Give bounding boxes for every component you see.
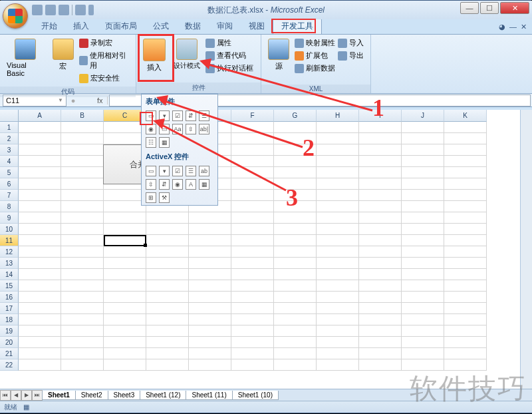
row-header[interactable]: 22	[0, 359, 19, 371]
col-header[interactable]: F	[231, 110, 274, 122]
cell[interactable]	[274, 269, 317, 280]
row-header[interactable]: 12	[0, 246, 19, 258]
cell[interactable]	[359, 246, 402, 258]
cell[interactable]	[359, 224, 402, 235]
cell[interactable]	[444, 156, 487, 167]
cell[interactable]	[19, 348, 61, 359]
cell[interactable]	[274, 122, 317, 133]
ax-button-control[interactable]: ▭	[146, 166, 156, 176]
cell[interactable]	[444, 212, 487, 224]
cell[interactable]	[444, 178, 487, 190]
tab-insert[interactable]: 插入	[65, 19, 97, 34]
cell[interactable]	[61, 337, 104, 348]
qat-dropdown-icon[interactable]	[88, 5, 94, 15]
cell[interactable]	[19, 156, 61, 167]
cell[interactable]	[146, 212, 189, 224]
sheet-nav-next[interactable]: ▶	[21, 390, 32, 401]
cell[interactable]	[359, 359, 402, 371]
cell[interactable]	[189, 212, 231, 224]
ax-listbox-control[interactable]: ☰	[186, 166, 196, 176]
cell[interactable]	[61, 178, 104, 190]
cell[interactable]	[19, 280, 61, 292]
cell[interactable]	[104, 190, 146, 201]
form-image-control[interactable]: ▦	[159, 137, 170, 148]
cell[interactable]	[444, 280, 487, 292]
cell[interactable]	[274, 292, 317, 303]
sheet-tab[interactable]: Sheet1 (11)	[186, 391, 232, 400]
macros-button[interactable]: 宏	[50, 37, 76, 73]
cell[interactable]	[146, 303, 189, 314]
sheet-nav-first[interactable]: ⏮	[0, 390, 11, 401]
cell[interactable]	[274, 337, 317, 348]
cell[interactable]	[317, 359, 359, 371]
xml-source-button[interactable]: 源	[265, 37, 292, 73]
cell[interactable]	[104, 224, 146, 235]
cell[interactable]	[104, 348, 146, 359]
cell[interactable]	[359, 280, 402, 292]
cell[interactable]	[104, 258, 146, 269]
cell[interactable]	[19, 212, 61, 224]
form-button-control[interactable]: ▭	[146, 110, 156, 121]
qat-print-icon[interactable]	[75, 5, 86, 15]
spreadsheet-grid[interactable]: A B C D E F G H I J K 123456789101112131…	[0, 110, 520, 389]
cell[interactable]	[146, 280, 189, 292]
cell[interactable]	[146, 269, 189, 280]
cell[interactable]	[231, 212, 274, 224]
design-mode-button[interactable]: 设计模式	[171, 37, 203, 72]
cell[interactable]	[19, 201, 61, 212]
cell[interactable]	[104, 292, 146, 303]
cell[interactable]	[61, 292, 104, 303]
cell[interactable]	[444, 235, 487, 246]
doc-close-icon[interactable]: ✕	[521, 23, 527, 31]
col-header[interactable]: B	[61, 110, 104, 122]
cell[interactable]	[104, 314, 146, 325]
cell[interactable]	[317, 156, 359, 167]
cell[interactable]	[19, 224, 61, 235]
cell[interactable]	[317, 258, 359, 269]
cell[interactable]	[104, 235, 146, 246]
cell[interactable]	[402, 303, 444, 314]
cell[interactable]	[317, 337, 359, 348]
cell[interactable]	[19, 235, 61, 246]
row-header[interactable]: 20	[0, 337, 19, 348]
cell[interactable]	[189, 303, 231, 314]
cell[interactable]	[444, 359, 487, 371]
refresh-button[interactable]: 刷新数据	[295, 63, 335, 74]
col-header[interactable]: A	[19, 110, 61, 122]
row-header[interactable]: 16	[0, 292, 19, 303]
cell[interactable]	[402, 178, 444, 190]
cell[interactable]	[359, 337, 402, 348]
cell[interactable]	[402, 359, 444, 371]
cell[interactable]	[359, 190, 402, 201]
cell[interactable]	[402, 292, 444, 303]
cell[interactable]	[274, 258, 317, 269]
cell[interactable]	[19, 167, 61, 178]
form-scrollbar-control[interactable]: ⇳	[186, 124, 196, 134]
cell[interactable]	[146, 235, 189, 246]
cell[interactable]	[317, 178, 359, 190]
ax-checkbox-control[interactable]: ☑	[172, 166, 183, 176]
cell[interactable]	[189, 337, 231, 348]
cell[interactable]	[189, 348, 231, 359]
row-header[interactable]: 5	[0, 167, 19, 178]
sheet-nav-prev[interactable]: ◀	[11, 390, 21, 401]
cell[interactable]	[444, 314, 487, 325]
cell[interactable]	[444, 325, 487, 337]
cell[interactable]	[19, 325, 61, 337]
tab-developer[interactable]: 开发工具	[273, 18, 322, 34]
cell[interactable]	[359, 156, 402, 167]
cell[interactable]	[317, 167, 359, 178]
cell[interactable]	[231, 303, 274, 314]
help-icon[interactable]: ◕	[499, 23, 505, 31]
tab-review[interactable]: 审阅	[209, 19, 241, 34]
row-header[interactable]: 15	[0, 280, 19, 292]
cell[interactable]	[317, 133, 359, 144]
cell[interactable]	[231, 201, 274, 212]
cell[interactable]	[231, 178, 274, 190]
cell[interactable]	[359, 258, 402, 269]
cell[interactable]	[19, 314, 61, 325]
cell[interactable]	[444, 337, 487, 348]
cell[interactable]	[231, 133, 274, 144]
sheet-tab[interactable]: Sheet3	[108, 391, 141, 400]
cell[interactable]	[61, 348, 104, 359]
